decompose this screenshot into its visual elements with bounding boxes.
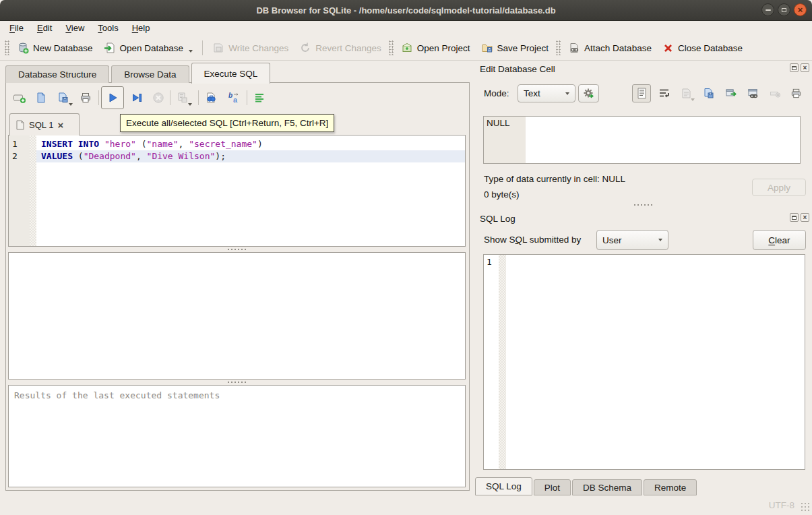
import-data-button[interactable] (677, 84, 695, 102)
export-data-button[interactable] (699, 84, 718, 102)
save-sql-file-icon (57, 92, 69, 104)
new-database-button[interactable]: New Database (11, 39, 98, 57)
attach-database-button[interactable]: Attach Database (563, 39, 657, 57)
tab-execute-sql[interactable]: Execute SQL (191, 63, 271, 84)
sql-editor-code[interactable]: INSERT INTO "hero" ("name", "secret_name… (36, 135, 465, 246)
set-null-button[interactable] (766, 84, 784, 102)
minimize-button[interactable] (761, 3, 774, 16)
window-title: DB Browser for SQLite - /home/user/code/… (256, 5, 555, 16)
menu-tools[interactable]: Tools (91, 21, 125, 35)
sql-toolbar-separator (98, 90, 99, 105)
new-sql-tab-button[interactable] (11, 89, 28, 107)
edit-cell-header: Edit Database Cell × (474, 62, 812, 75)
log-filter-select[interactable]: User (596, 230, 668, 250)
edit-cell-title: Edit Database Cell (474, 64, 555, 74)
stop-icon (152, 92, 164, 104)
link-icon (747, 88, 759, 99)
open-project-button[interactable]: Open Project (396, 39, 476, 57)
word-wrap-button[interactable] (654, 84, 673, 102)
grid-message-splitter[interactable] (8, 380, 466, 384)
toolbar-grip[interactable] (389, 40, 394, 55)
sql-log-view[interactable]: 1 (483, 254, 805, 470)
editor-results-splitter[interactable] (8, 247, 466, 251)
app-window: { "window": { "title": "DB Browser for S… (0, 0, 812, 515)
float-dock-button[interactable] (790, 63, 799, 72)
tab-db-schema[interactable]: DB Schema (572, 479, 642, 495)
cell-size-info: 0 byte(s) (484, 189, 520, 200)
open-external-button[interactable] (721, 84, 740, 102)
print-icon (790, 88, 802, 99)
revert-changes-button[interactable]: Revert Changes (294, 39, 387, 57)
apply-button[interactable]: Apply (752, 179, 806, 196)
execute-line-button[interactable] (128, 89, 146, 107)
close-database-button[interactable]: Close Database (657, 40, 748, 57)
format-sql-button[interactable] (251, 89, 268, 107)
find-replace-button[interactable]: ba (225, 89, 243, 107)
splitter-handle-icon (227, 248, 247, 251)
tab-plot[interactable]: Plot (534, 479, 571, 495)
find-button[interactable] (202, 89, 220, 107)
save-results-dropdown-icon[interactable] (188, 103, 192, 106)
encoding-indicator[interactable]: UTF-8 (769, 500, 794, 510)
sql-document-icon (15, 120, 25, 130)
tab-database-structure[interactable]: Database Structure (5, 65, 109, 83)
open-database-dropdown-icon[interactable] (189, 50, 193, 53)
dock-close-icon: × (803, 65, 807, 71)
save-project-button[interactable]: Save Project (476, 39, 555, 57)
text-mode-button[interactable] (632, 84, 651, 102)
menu-help[interactable]: Help (125, 21, 157, 35)
stop-execution-button[interactable] (150, 89, 167, 107)
import-icon (681, 88, 692, 99)
revert-changes-icon (299, 42, 311, 54)
splitter-handle-icon (227, 381, 247, 384)
resize-grip-icon[interactable] (801, 502, 810, 512)
results-message-pane[interactable]: Results of the last executed statements (8, 385, 466, 487)
sql-tab-label: SQL 1 (29, 120, 53, 130)
menu-edit[interactable]: Edit (30, 21, 59, 35)
clear-log-button[interactable]: Clear (753, 230, 806, 250)
log-filter-label: Show SQL submitted by (484, 235, 581, 245)
print-cell-button[interactable] (786, 84, 805, 102)
execute-all-button[interactable] (101, 86, 124, 109)
tab-sql-log[interactable]: SQL Log (475, 477, 532, 495)
maximize-button[interactable] (778, 3, 790, 16)
save-as-icon (703, 88, 714, 99)
float-dock-button[interactable] (790, 213, 799, 222)
minimize-icon (766, 9, 771, 11)
save-sql-file-button[interactable] (55, 89, 72, 107)
save-results-button[interactable] (174, 89, 191, 107)
sql-log-header: SQL Log × (474, 212, 812, 225)
sql-document-tab[interactable]: SQL 1 × (9, 113, 80, 135)
toolbar-grip[interactable] (556, 40, 561, 55)
open-database-button[interactable]: Open Database (98, 39, 199, 57)
cell-value-editor[interactable]: NULL (483, 116, 801, 164)
tab-remote[interactable]: Remote (644, 479, 697, 495)
close-dock-button[interactable]: × (801, 63, 809, 72)
open-sql-file-button[interactable] (32, 89, 50, 107)
close-button[interactable]: × (794, 3, 807, 16)
save-project-icon (481, 42, 493, 54)
sql-toolbar-separator (247, 90, 247, 105)
dock-splitter[interactable] (474, 203, 812, 207)
write-changes-button[interactable]: Write Changes (207, 39, 294, 57)
sql-editor[interactable]: 12 INSERT INTO "hero" ("name", "secret_n… (8, 135, 466, 247)
toolbar-grip[interactable] (5, 40, 9, 55)
maximize-icon (782, 8, 786, 12)
close-tab-icon[interactable]: × (57, 120, 63, 130)
menu-view[interactable]: View (59, 21, 91, 35)
mode-label: Mode: (484, 88, 509, 98)
close-database-icon (662, 42, 674, 54)
menu-file[interactable]: File (3, 21, 30, 35)
save-sql-dropdown-icon[interactable] (69, 103, 73, 106)
auto-switch-mode-button[interactable] (578, 84, 599, 102)
mode-select[interactable]: Text (518, 84, 575, 102)
title-bar[interactable]: DB Browser for SQLite - /home/user/code/… (0, 0, 812, 21)
tab-browse-data[interactable]: Browse Data (111, 65, 189, 83)
float-icon (792, 66, 797, 70)
close-dock-button[interactable]: × (801, 213, 809, 222)
attach-database-icon (568, 42, 580, 54)
open-url-button[interactable] (743, 84, 762, 102)
results-grid-pane[interactable] (8, 252, 466, 380)
sql-toolbar-separator (170, 90, 170, 105)
print-sql-button[interactable] (77, 89, 94, 107)
